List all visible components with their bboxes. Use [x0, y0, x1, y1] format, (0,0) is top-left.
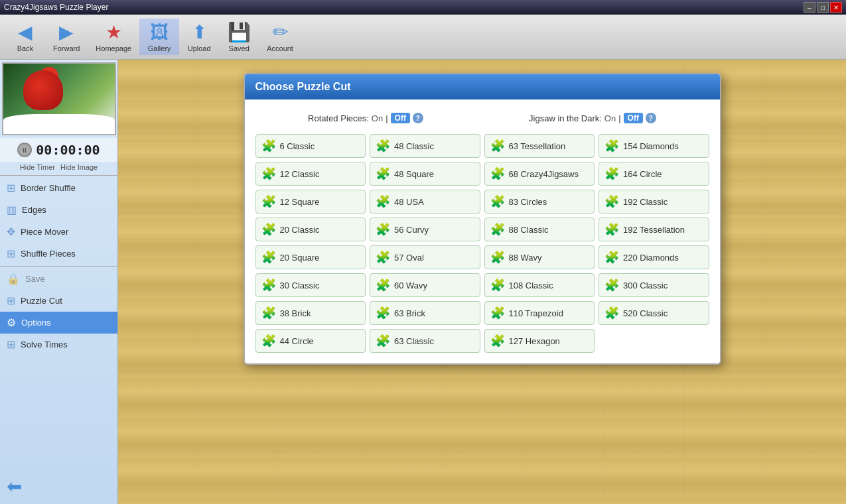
cut-item-label: 60 Wavy [394, 281, 427, 290]
toolbar-item-saved[interactable]: 💾 Saved [219, 19, 259, 55]
cut-item-192-classic[interactable]: 🧩192 Classic [599, 190, 709, 214]
gallery-toolbar-icon: 🖼 [150, 21, 169, 43]
cut-item-label: 154 Diamonds [623, 141, 679, 151]
toolbar-item-forward[interactable]: ▶ Forward [45, 19, 88, 55]
jigsaw-on-label[interactable]: On [604, 113, 616, 123]
cut-item-label: 127 Hexagon [509, 336, 560, 346]
cut-item-60-wavy[interactable]: 🧩60 Wavy [370, 273, 480, 297]
cut-item-12-square[interactable]: 🧩12 Square [255, 190, 366, 214]
cut-item-110-trapezoid[interactable]: 🧩110 Trapezoid [484, 301, 595, 325]
rotated-pieces-label: Rotated Pieces: [308, 113, 369, 123]
jigsaw-help-icon[interactable]: ? [646, 113, 656, 123]
cut-item-label: 88 Wavy [509, 253, 542, 263]
cut-item-154-diamonds[interactable]: 🧩154 Diamonds [599, 134, 709, 158]
rotated-help-icon[interactable]: ? [413, 113, 423, 123]
cut-item-label: 12 Square [280, 197, 320, 207]
rotated-on-label[interactable]: On [372, 113, 383, 123]
cut-item-20-classic[interactable]: 🧩20 Classic [255, 218, 366, 241]
back-arrow-button[interactable]: ⬅ [7, 475, 22, 497]
content-area: Choose Puzzle Cut Rotated Pieces: On | O… [118, 60, 846, 504]
sidebar-item-label: Save [25, 274, 45, 284]
cut-item-44-circle[interactable]: 🧩44 Circle [255, 329, 366, 353]
toolbar-item-upload[interactable]: ⬆ Upload [179, 19, 219, 55]
cut-item-label: 12 Classic [280, 169, 320, 179]
puzzle-piece-icon: 🧩 [604, 306, 619, 320]
cut-item-63-classic[interactable]: 🧩63 Classic [370, 329, 480, 353]
cut-item-30-classic[interactable]: 🧩30 Classic [255, 273, 366, 297]
puzzle-piece-icon: 🧩 [604, 139, 619, 153]
cut-item-48-usa[interactable]: 🧩48 USA [370, 190, 480, 214]
toolbar-item-back[interactable]: ◀ Back [5, 19, 45, 55]
forward-toolbar-icon: ▶ [59, 21, 74, 43]
puzzle-piece-icon: 🧩 [261, 306, 276, 320]
cut-item-63-tessellation[interactable]: 🧩63 Tessellation [484, 134, 595, 158]
puzzle-piece-icon: 🧩 [261, 166, 276, 181]
cut-item-48-classic[interactable]: 🧩48 Classic [370, 134, 480, 158]
cut-item-6-classic[interactable]: 🧩6 Classic [255, 134, 366, 158]
puzzle-preview [2, 62, 116, 135]
cut-item-label: 48 USA [394, 197, 424, 207]
account-toolbar-label: Account [267, 44, 293, 52]
cut-item-label: 68 Crazy4Jigsaws [509, 169, 579, 179]
titlebar: Crazy4Jigsaws Puzzle Player – □ ✕ [0, 0, 846, 15]
cut-item-300-classic[interactable]: 🧩300 Classic [599, 273, 709, 297]
cut-item-38-brick[interactable]: 🧩38 Brick [255, 301, 366, 325]
puzzle-piece-icon: 🧩 [261, 194, 276, 209]
sidebar-item-label: Options [21, 318, 51, 328]
cut-item-164-circle[interactable]: 🧩164 Circle [599, 162, 709, 186]
puzzle-piece-icon: 🧩 [604, 222, 619, 237]
sidebar-item-label: Solve Times [21, 340, 68, 349]
cut-item-12-classic[interactable]: 🧩12 Classic [255, 162, 366, 186]
border-shuffle-icon: ⊞ [7, 182, 15, 194]
forward-toolbar-label: Forward [53, 44, 80, 52]
cut-item-88-wavy[interactable]: 🧩88 Wavy [484, 245, 595, 269]
close-button[interactable]: ✕ [830, 2, 842, 13]
cut-item-label: 20 Square [280, 253, 320, 263]
sidebar-item-options[interactable]: ⚙ Options [0, 312, 117, 334]
sidebar-item-save[interactable]: 🔒 Save [0, 268, 117, 290]
cut-item-57-oval[interactable]: 🧩57 Oval [370, 245, 480, 269]
cut-item-label: 20 Classic [280, 225, 320, 235]
puzzle-piece-icon: 🧩 [376, 222, 390, 237]
jigsaw-off-button[interactable]: Off [624, 113, 643, 123]
cut-item-127-hexagon[interactable]: 🧩127 Hexagon [484, 329, 595, 353]
sidebar-item-border-shuffle[interactable]: ⊞ Border Shuffle [0, 177, 117, 199]
sidebar-item-solve-times[interactable]: ⊞ Solve Times [0, 334, 117, 355]
sidebar-divider-1 [0, 175, 117, 176]
minimize-button[interactable]: – [804, 2, 815, 13]
cut-item-68-crazy4jigsaws[interactable]: 🧩68 Crazy4Jigsaws [484, 162, 595, 186]
rotated-off-button[interactable]: Off [391, 113, 410, 123]
cut-item-63-brick[interactable]: 🧩63 Brick [370, 301, 480, 325]
sidebar-item-label: Puzzle Cut [21, 296, 62, 306]
cut-item-220-diamonds[interactable]: 🧩220 Diamonds [599, 245, 709, 269]
toolbar-item-gallery[interactable]: 🖼 Gallery [139, 19, 179, 55]
jigsaw-dark-option: Jigsaw in the Dark: On | Off ? [529, 113, 656, 123]
hide-image-button[interactable]: Hide Image [60, 163, 98, 171]
cut-item-88-classic[interactable]: 🧩88 Classic [484, 218, 595, 241]
sidebar-item-puzzle-cut[interactable]: ⊞ Puzzle Cut [0, 290, 117, 312]
puzzle-piece-icon: 🧩 [490, 334, 505, 348]
cut-item-83-circles[interactable]: 🧩83 Circles [484, 190, 595, 214]
sidebar-item-edges[interactable]: ▥ Edges [0, 199, 117, 221]
cut-item-label: 44 Circle [280, 336, 314, 346]
cut-item-108-classic[interactable]: 🧩108 Classic [484, 273, 595, 297]
cut-item-520-classic[interactable]: 🧩520 Classic [599, 301, 709, 325]
cut-item-48-square[interactable]: 🧩48 Square [370, 162, 480, 186]
pause-button[interactable]: ⏸ [17, 143, 32, 157]
sidebar-item-shuffle-pieces[interactable]: ⊞ Shuffle Pieces [0, 243, 117, 265]
toolbar-item-account[interactable]: ✏ Account [259, 19, 301, 55]
sidebar-item-piece-mover[interactable]: ✥ Piece Mover [0, 221, 117, 243]
hide-timer-button[interactable]: Hide Timer [20, 163, 55, 171]
piece-mover-icon: ✥ [7, 225, 15, 238]
cut-item-192-tessellation[interactable]: 🧩192 Tessellation [599, 218, 709, 241]
toolbar: ◀ Back ▶ Forward ★ Homepage 🖼 Gallery ⬆ … [0, 15, 846, 60]
edges-icon: ▥ [7, 204, 17, 216]
cut-item-56-curvy[interactable]: 🧩56 Curvy [370, 218, 480, 241]
cut-item-label: 30 Classic [280, 281, 320, 290]
maximize-button[interactable]: □ [817, 2, 829, 13]
cut-item-20-square[interactable]: 🧩20 Square [255, 245, 366, 269]
sidebar-item-label: Piece Mover [21, 227, 68, 237]
sidebar: ⏸ 00:00:00 Hide Timer Hide Image ⊞ Borde… [0, 60, 118, 504]
toolbar-item-homepage[interactable]: ★ Homepage [88, 19, 139, 55]
cut-item-label: 6 Classic [280, 141, 315, 151]
